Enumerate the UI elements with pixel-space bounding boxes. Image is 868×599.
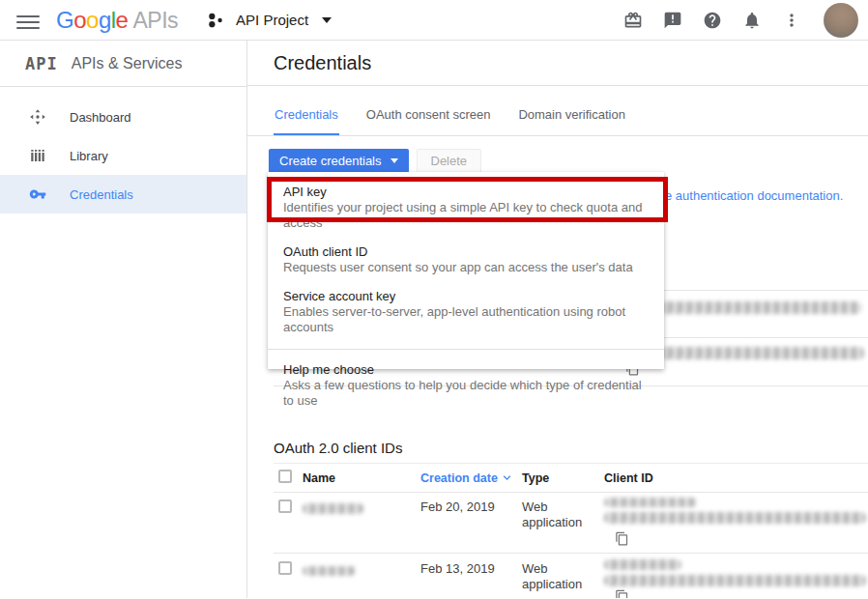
sidebar-title: APIs & Services [72,55,183,72]
main-content: Credentials Credentials OAuth consent sc… [247,41,868,598]
menu-item-description: Identifies your project using a simple A… [283,200,649,231]
notifications-icon[interactable] [742,11,762,30]
sidebar-item-label: Library [70,149,108,163]
redacted-client-id [604,512,866,524]
project-icon [205,10,226,31]
oauth-clients-heading: OAuth 2.0 client IDs [274,440,402,456]
menu-item-title: Service account key [283,288,649,304]
redacted-client-name [303,566,356,576]
menu-item-title: OAuth client ID [283,243,649,260]
google-apis-logo: Google APIs [56,7,178,34]
select-all-checkbox[interactable] [278,470,292,483]
logo-letter: G [56,7,73,34]
tab-domain-verification[interactable]: Domain verification [517,107,626,135]
redacted-client-name [303,503,363,514]
sidebar-item-label: Credentials [70,187,133,202]
menu-item-oauth-client-id[interactable]: OAuth client ID Requests user consent so… [268,238,664,282]
logo-letter: o [86,7,99,34]
column-header-type: Type [522,471,549,485]
redacted-api-key-row [660,347,864,359]
logo-suffix: APIs [132,8,178,34]
create-credentials-menu: API key Identifies your project using a … [268,172,664,369]
menu-icon[interactable] [15,8,41,33]
column-header-label: Creation date [420,471,498,485]
menu-item-description: Enables server-to-server, app-level auth… [283,304,649,335]
menu-item-description: Asks a few questions to help you decide … [283,378,649,409]
row-checkbox[interactable] [278,561,292,575]
column-header-name: Name [303,471,335,485]
authentication-documentation-link[interactable]: e authentication documentation. [665,188,843,203]
row-checkbox[interactable] [278,499,292,513]
menu-divider [268,349,664,350]
delete-button[interactable]: Delete [417,149,482,173]
menu-item-api-key[interactable]: API key Identifies your project using a … [268,178,664,238]
tab-oauth-consent-screen[interactable]: OAuth consent screen [365,107,492,135]
sidebar-header: API APIs & Services [0,41,246,87]
redacted-api-key-row [660,301,861,314]
column-header-client-id: Client ID [604,471,653,485]
column-header-creation-date[interactable]: Creation date [420,471,514,485]
redacted-client-id [604,498,697,507]
creation-date-cell: Feb 20, 2019 [420,499,495,514]
feedback-icon[interactable] [663,11,682,30]
create-credentials-button[interactable]: Create credentials [269,149,409,173]
sidebar-item-credentials[interactable]: Credentials [0,175,246,214]
logo-letter: o [73,7,86,34]
menu-item-title: API key [283,184,649,200]
copy-icon[interactable] [615,531,629,546]
type-cell: Web application [522,499,584,530]
project-selector[interactable]: API Project [205,10,332,31]
create-credentials-label: Create credentials [279,154,382,168]
table-row[interactable]: Feb 13, 2019 Web application [274,553,868,598]
logo-letter: g [99,7,111,34]
avatar[interactable] [824,3,858,38]
menu-item-description: Requests user consent so your app can ac… [283,260,649,275]
api-logo: API [25,54,58,73]
menu-item-title: Help me choose [283,361,649,378]
copy-icon[interactable] [615,589,629,598]
tab-bar: Credentials OAuth consent screen Domain … [247,86,868,136]
redacted-client-id [604,559,681,570]
chevron-down-icon [391,158,398,163]
sidebar-item-label: Dashboard [70,110,131,125]
table-row[interactable]: Feb 20, 2019 Web application [274,492,868,553]
avatar-image [824,3,858,38]
key-icon [29,185,46,203]
divider [274,463,868,464]
sort-chevron-down-icon [500,471,514,485]
menu-item-service-account-key[interactable]: Service account key Enables server-to-se… [268,282,664,342]
project-name: API Project [236,12,308,28]
creation-date-cell: Feb 13, 2019 [420,561,495,576]
page-header: Credentials [247,41,868,86]
type-cell: Web application [522,561,584,592]
more-vert-icon[interactable] [782,11,801,30]
menu-item-help-me-choose[interactable]: Help me choose Asks a few questions to h… [268,356,664,415]
redacted-client-id [604,575,866,586]
logo-letter: e [116,7,129,34]
dashboard-icon [29,108,46,126]
top-bar: Google APIs API Project [0,0,868,41]
chevron-down-icon [322,17,332,23]
tab-credentials[interactable]: Credentials [274,107,339,135]
table-header-row: Name Creation date Type Client ID [274,467,868,493]
sidebar: API APIs & Services Dashboard Library [0,41,247,598]
page-title: Credentials [274,52,371,74]
sidebar-item-library[interactable]: Library [0,136,246,175]
library-icon [29,147,46,164]
gift-icon[interactable] [623,11,643,30]
help-icon[interactable] [703,11,722,30]
sidebar-item-dashboard[interactable]: Dashboard [0,98,246,136]
